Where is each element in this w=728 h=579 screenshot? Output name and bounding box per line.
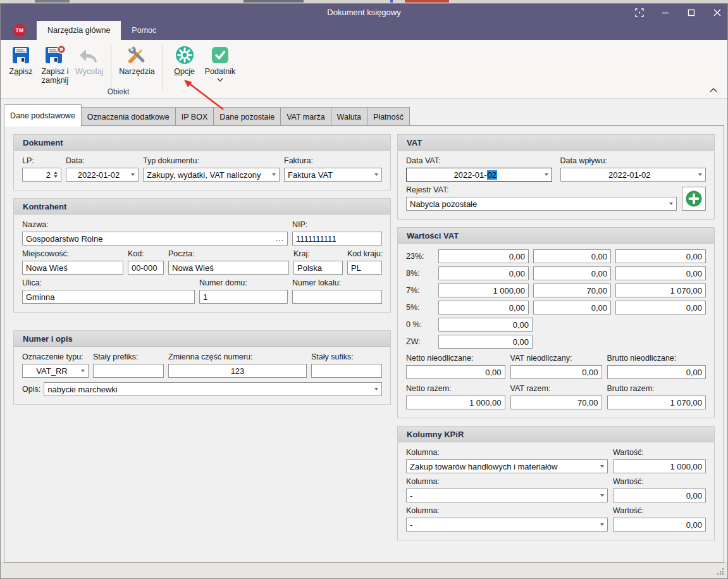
tab-vat-marza[interactable]: VAT marża [280, 107, 331, 126]
oznaczenie-typu-combobox[interactable]: VAT_RR [22, 364, 89, 378]
kolumna3-combobox[interactable]: - [406, 518, 608, 532]
section-header: Wartości VAT [398, 228, 714, 244]
chevron-down-icon [545, 173, 548, 176]
zmienna-czesc-input[interactable]: 123 [168, 364, 307, 378]
wartosc3-input[interactable]: 0,00 [613, 518, 706, 532]
resize-grip[interactable] [716, 567, 725, 576]
lp-spinner[interactable]: 2 [22, 168, 61, 182]
close-icon [713, 8, 722, 17]
tab-dane-podstawowe[interactable]: Dane podstawowe [4, 104, 82, 127]
brutto-razem-input[interactable]: 1 070,00 [607, 395, 706, 409]
vat0-netto-input[interactable]: 0,00 [438, 318, 533, 332]
rejestr-vat-label: Rejestr VAT: [406, 185, 677, 194]
data-wplywu-combobox[interactable]: 2022-01-02 [560, 168, 706, 182]
kraj-input[interactable]: Polska [293, 261, 343, 275]
ribbon-separator [163, 44, 163, 91]
chevron-down-icon [600, 465, 604, 468]
vat-row-zw: ZW: 0,00 [406, 335, 706, 349]
app-logo[interactable]: TM [13, 24, 26, 37]
tab-ip-box[interactable]: IP BOX [175, 107, 214, 126]
fullscreen-button[interactable] [634, 8, 645, 18]
kod-input[interactable]: 00-000 [128, 261, 164, 275]
options-button[interactable]: Opcje [168, 43, 202, 78]
vatzw-netto-input[interactable]: 0,00 [438, 335, 533, 349]
vat23-netto-input[interactable]: 0,00 [438, 249, 529, 263]
spinner-arrows-icon[interactable] [51, 171, 58, 178]
vat-razem-input[interactable]: 70,00 [510, 395, 602, 409]
wartosc-label: Wartość: [613, 477, 706, 486]
netto-nieodliczane-input[interactable]: 0,00 [406, 365, 505, 379]
vat7-netto-input[interactable]: 1 000,00 [438, 283, 529, 297]
tab-oznaczenia-dodatkowe[interactable]: Oznaczenia dodatkowe [81, 107, 176, 126]
rejestr-vat-combobox[interactable]: Nabycia pozostałe [406, 197, 677, 211]
vat5-vat-input[interactable]: 0,00 [533, 301, 611, 314]
poczta-input[interactable]: Nowa Wieś [168, 261, 289, 275]
typ-dokumentu-combobox[interactable]: Zakupy, wydatki, VAT naliczony [143, 168, 280, 182]
poczta-label: Poczta: [168, 249, 289, 258]
taxpayer-button[interactable]: Podatnik [202, 43, 239, 84]
staly-prefiks-input[interactable] [93, 364, 164, 378]
document-tabstrip: Dane podstawowe Oznaczenia dodatkowe IP … [4, 99, 724, 126]
ribbon-tab-narzedzia-glowne[interactable]: Narzędzia główne [37, 21, 121, 40]
data-combobox[interactable]: 2022-01-02 [66, 168, 139, 182]
undo-button[interactable]: Wycofaj [72, 43, 106, 78]
oznaczenie-typu-label: Oznaczenie typu: [22, 352, 89, 361]
numer-lokalu-input[interactable] [292, 290, 382, 304]
ribbon-tab-pomoc[interactable]: Pomoc [121, 21, 167, 40]
vat5-brutto-input[interactable]: 0,00 [615, 301, 706, 314]
netto-razem-input[interactable]: 1 000,00 [406, 395, 505, 409]
staly-sufiks-label: Stały sufiks: [311, 352, 382, 361]
section-header: Kolumny KPiR [398, 426, 714, 442]
nazwa-label: Nazwa: [22, 220, 288, 229]
nazwa-input[interactable]: Gospodarstwo Rolne ... [22, 232, 288, 246]
section-numer-i-opis: Numer i opis Oznaczenie typu: VAT_RR Sta… [13, 330, 391, 405]
vat7-brutto-input[interactable]: 1 070,00 [615, 283, 706, 297]
kolumna-label: Kolumna: [406, 448, 608, 457]
save-button[interactable]: Zapisz [4, 43, 38, 78]
background-fragment [35, 0, 70, 3]
vat23-vat-input[interactable]: 0,00 [533, 249, 611, 263]
section-wartosci-vat: Wartości VAT 23%: 0,00 0,00 0,00 8%: 0,0… [397, 227, 715, 418]
save-and-close-button[interactable]: Zapisz i zamknij [38, 43, 72, 87]
vat-nieodliczany-input[interactable]: 0,00 [510, 365, 602, 379]
vat8-netto-input[interactable]: 0,00 [438, 266, 529, 280]
add-register-button[interactable] [682, 187, 706, 211]
brutto-razem-label: Brutto razem: [607, 384, 706, 393]
kolumna1-combobox[interactable]: Zakup towarów handlowych i materiałów [406, 459, 608, 473]
vat-nieodliczany-label: VAT nieodliczany: [510, 354, 602, 363]
vat8-brutto-input[interactable]: 0,00 [615, 266, 706, 280]
staly-sufiks-input[interactable] [311, 364, 382, 378]
netto-nieodliczane-label: Netto nieodliczane: [406, 354, 505, 363]
faktura-combobox[interactable]: Faktura VAT [284, 168, 382, 182]
kod-kraju-input[interactable]: PL [347, 261, 382, 275]
tab-platnosc[interactable]: Płatność [367, 107, 410, 126]
chevron-down-icon [217, 78, 223, 82]
background-fragment [390, 0, 393, 3]
tools-button[interactable]: Narzędzia [116, 43, 157, 78]
numer-domu-input[interactable]: 1 [199, 290, 288, 304]
vat23-brutto-input[interactable]: 0,00 [615, 249, 706, 263]
tab-waluta[interactable]: Waluta [331, 107, 367, 126]
maximize-button[interactable] [686, 8, 696, 18]
brutto-nieodliczane-input[interactable]: 0,00 [607, 365, 706, 379]
wartosc-label: Wartość: [613, 506, 706, 515]
minimize-button[interactable] [660, 8, 670, 18]
wartosc2-input[interactable]: 0,00 [613, 489, 706, 502]
wartosc1-input[interactable]: 1 000,00 [613, 459, 706, 473]
opis-combobox[interactable]: nabycie marchewki [44, 382, 382, 396]
window-title: Dokument księgowy [327, 8, 400, 17]
section-kolumny-kpir: Kolumny KPiR Kolumna: Zakup towarów hand… [397, 426, 715, 540]
vat5-netto-input[interactable]: 0,00 [438, 301, 529, 314]
vat7-vat-input[interactable]: 70,00 [533, 283, 611, 297]
close-button[interactable] [712, 8, 722, 18]
vat8-vat-input[interactable]: 0,00 [533, 266, 611, 280]
collapse-ribbon-button[interactable] [710, 84, 717, 95]
tab-dane-pozostale[interactable]: Dane pozostałe [213, 107, 281, 126]
ellipsis-button[interactable]: ... [273, 235, 284, 242]
miejscowosc-input[interactable]: Nowa Wieś [22, 261, 123, 275]
kolumna2-combobox[interactable]: - [406, 489, 608, 502]
nip-input[interactable]: 1111111111 [292, 232, 382, 246]
ulica-input[interactable]: Gminna [22, 290, 195, 304]
data-vat-combobox[interactable]: 2022-01-02 [406, 168, 552, 182]
kod-label: Kod: [128, 249, 164, 258]
